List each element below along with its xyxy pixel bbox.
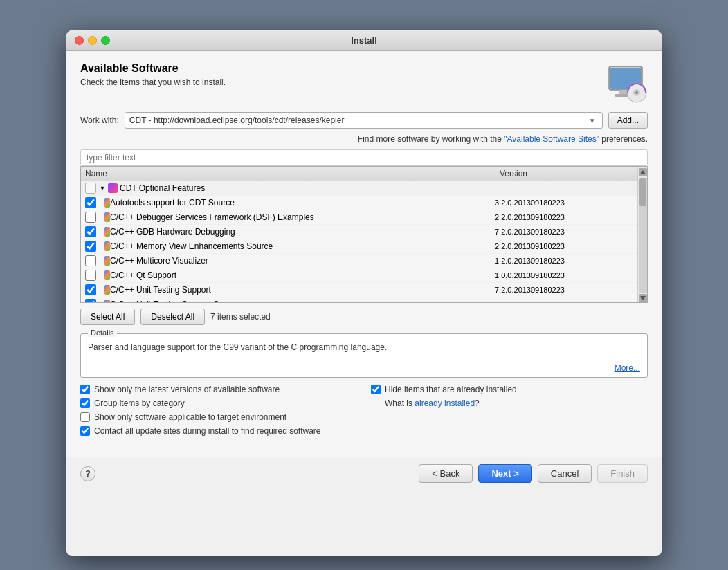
- category-icon: [107, 183, 118, 194]
- maximize-button[interactable]: [101, 36, 110, 45]
- scroll-down-arrow[interactable]: [639, 294, 647, 302]
- table-row[interactable]: C/C++ Unit Testing Support Source 7.2.0.…: [81, 297, 637, 302]
- close-button[interactable]: [75, 36, 84, 45]
- row-checkbox[interactable]: [85, 270, 96, 281]
- option-checkbox-6[interactable]: [80, 426, 90, 436]
- more-link[interactable]: More...: [88, 363, 640, 373]
- option-checkbox-1[interactable]: [80, 385, 90, 394]
- table-row[interactable]: C/C++ Debugger Services Framework (DSF) …: [81, 210, 637, 225]
- work-with-row: Work with: CDT - http://download.eclipse…: [80, 112, 648, 129]
- row-name: C/C++ Unit Testing Support Source: [110, 300, 495, 302]
- row-checkbox[interactable]: [85, 241, 96, 252]
- row-name: C/C++ Multicore Visualizer: [110, 256, 495, 266]
- option-row-4: What is already installed?: [371, 398, 648, 408]
- add-button[interactable]: Add...: [608, 112, 648, 129]
- col-version-header: Version: [495, 169, 633, 178]
- row-checkbox[interactable]: [85, 226, 96, 237]
- title-bar: Install: [66, 30, 662, 51]
- option-checkbox-2[interactable]: [371, 385, 381, 394]
- select-all-button[interactable]: Select All: [80, 309, 135, 325]
- details-text: Parser and language support for the C99 …: [88, 342, 640, 363]
- plugin-icon: [99, 255, 110, 266]
- plugin-icon: [99, 212, 110, 223]
- find-more-row: Find more software by working with the "…: [80, 134, 648, 144]
- row-checkbox[interactable]: [85, 255, 96, 266]
- row-checkbox[interactable]: [85, 183, 96, 194]
- row-name: C/C++ Memory View Enhancements Source: [110, 241, 495, 251]
- row-name: Autotools support for CDT Source: [110, 198, 495, 208]
- svg-point-6: [635, 91, 638, 94]
- option-label-2: Hide items that are already installed: [385, 385, 517, 394]
- row-checkbox[interactable]: [85, 197, 96, 208]
- next-button[interactable]: Next >: [478, 464, 531, 483]
- dialog-header: Available Software Check the items that …: [80, 62, 648, 107]
- software-table: Name Version ▼ CDT Optional Features: [81, 167, 637, 302]
- row-version: 2.2.0.201309180223: [495, 213, 633, 221]
- option-checkbox-3[interactable]: [80, 398, 90, 408]
- details-body: Parser and language support for the C99 …: [81, 340, 647, 377]
- back-button[interactable]: < Back: [419, 464, 473, 483]
- table-scrollbar[interactable]: [637, 167, 647, 302]
- available-software-sites-link[interactable]: "Available Software Sites": [504, 134, 599, 144]
- row-checkbox[interactable]: [85, 299, 96, 302]
- expand-icon[interactable]: ▼: [99, 185, 106, 192]
- already-installed-link[interactable]: already installed: [415, 398, 475, 408]
- row-checkbox[interactable]: [85, 212, 96, 223]
- finish-button[interactable]: Finish: [597, 464, 648, 483]
- option-label-5: Show only software applicable to target …: [94, 412, 286, 422]
- row-version: 7.2.0.201309180223: [495, 228, 633, 236]
- row-version: 2.2.0.201309180223: [495, 242, 633, 250]
- table-row[interactable]: C/C++ Unit Testing Support 7.2.0.2013091…: [81, 283, 637, 297]
- plugin-icon: [99, 299, 110, 302]
- option-row-6: Contact all update sites during install …: [80, 426, 357, 436]
- table-row[interactable]: C/C++ Qt Support 1.0.0.201309180223: [81, 268, 637, 283]
- scroll-thumb[interactable]: [639, 178, 646, 206]
- plugin-icon: [99, 197, 110, 208]
- row-name: C/C++ Qt Support: [110, 270, 495, 280]
- details-legend: Details: [88, 329, 117, 337]
- table-body: ▼ CDT Optional Features Autotools suppor…: [81, 181, 637, 302]
- plugin-icon: [99, 226, 110, 237]
- option-row-3: Group items by category: [80, 398, 357, 408]
- table-row[interactable]: C/C++ Memory View Enhancements Source 2.…: [81, 239, 637, 254]
- row-name: C/C++ GDB Hardware Debugging: [110, 227, 495, 237]
- table-row[interactable]: ▼ CDT Optional Features: [81, 181, 637, 196]
- footer-bar: ? < Back Next > Cancel Finish: [66, 457, 662, 490]
- options-section: Show only the latest versions of availab…: [80, 385, 648, 440]
- filter-input[interactable]: [80, 149, 648, 166]
- option-label-3: Group items by category: [94, 398, 185, 408]
- table-row[interactable]: C/C++ Multicore Visualizer 1.2.0.2013091…: [81, 254, 637, 268]
- svg-marker-7: [640, 170, 646, 174]
- table-row[interactable]: C/C++ GDB Hardware Debugging 7.2.0.20130…: [81, 225, 637, 239]
- cancel-button[interactable]: Cancel: [538, 464, 592, 483]
- work-with-combo[interactable]: CDT - http://download.eclipse.org/tools/…: [125, 112, 603, 129]
- row-version: 1.2.0.201309180223: [495, 257, 633, 265]
- software-table-container: Name Version ▼ CDT Optional Features: [80, 166, 648, 303]
- svg-marker-8: [640, 296, 646, 300]
- deselect-all-button[interactable]: Deselect All: [140, 309, 205, 325]
- find-more-after: preferences.: [599, 134, 648, 144]
- table-row[interactable]: Autotools support for CDT Source 3.2.0.2…: [81, 196, 637, 210]
- row-checkbox[interactable]: [85, 284, 96, 295]
- option-label-4: What is already installed?: [371, 398, 480, 408]
- minimize-button[interactable]: [88, 36, 97, 45]
- plugin-icon: [99, 241, 110, 252]
- details-group: Details Parser and language support for …: [80, 333, 648, 378]
- dialog-content: Available Software Check the items that …: [66, 51, 662, 457]
- plugin-icon: [99, 270, 110, 281]
- option-checkbox-5[interactable]: [80, 412, 90, 422]
- combo-dropdown-arrow[interactable]: ▼: [587, 115, 598, 126]
- header-icon: [603, 62, 648, 107]
- dialog-title: Available Software: [80, 62, 226, 75]
- help-button[interactable]: ?: [80, 466, 95, 481]
- option-label-6: Contact all update sites during install …: [94, 426, 321, 436]
- find-more-text: Find more software by working with the: [358, 134, 504, 144]
- table-header: Name Version: [81, 167, 637, 181]
- option-row-5: Show only software applicable to target …: [80, 412, 357, 422]
- row-version: 1.0.0.201309180223: [495, 271, 633, 279]
- work-with-label: Work with:: [80, 116, 119, 125]
- option-row-1: Show only the latest versions of availab…: [80, 385, 357, 394]
- scroll-up-arrow[interactable]: [639, 168, 647, 176]
- combo-value: CDT - http://download.eclipse.org/tools/…: [129, 116, 587, 125]
- window-title: Install: [351, 35, 377, 46]
